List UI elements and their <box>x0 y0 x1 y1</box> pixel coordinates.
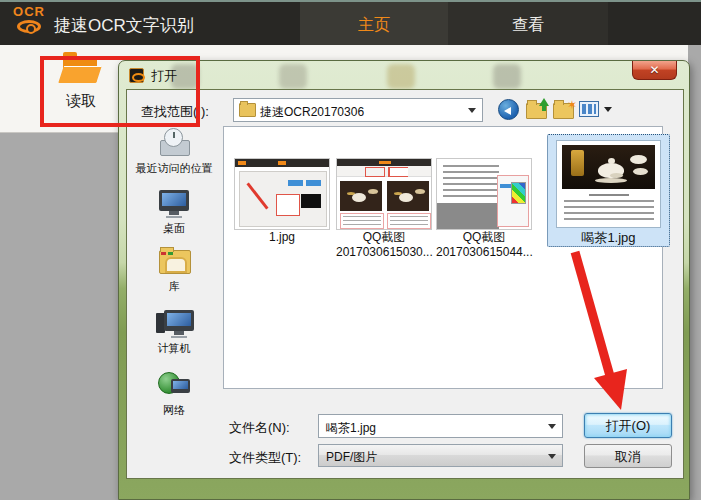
back-button[interactable] <box>498 99 519 120</box>
star-icon: ✶ <box>567 98 577 112</box>
file-thumbnail <box>556 140 661 228</box>
chevron-down-icon[interactable] <box>548 454 556 459</box>
views-menu-button[interactable] <box>579 101 599 117</box>
lookin-value: 捷速OCR20170306 <box>260 104 364 121</box>
lookin-combobox[interactable]: 捷速OCR20170306 <box>233 98 483 122</box>
place-libraries[interactable]: 库 <box>127 246 221 294</box>
close-icon: ✕ <box>649 63 659 77</box>
glass-reflection <box>387 64 415 89</box>
place-desktop[interactable]: 桌面 <box>127 188 221 236</box>
cancel-button[interactable]: 取消 <box>584 444 672 468</box>
file-name: 1.jpg <box>234 230 330 245</box>
file-name: QQ截图 <box>436 230 532 245</box>
up-arrow-icon <box>539 98 549 106</box>
filename-combobox[interactable]: 喝茶1.jpg <box>318 414 563 438</box>
file-name-line2: 2017030615044... <box>436 245 532 260</box>
tab-home[interactable]: 主页 <box>300 2 448 47</box>
eye-icon <box>17 20 41 33</box>
file-item-1jpg[interactable]: 1.jpg <box>234 158 330 245</box>
app-logo-icon: OCR <box>8 4 50 45</box>
app-titlebar: OCR 捷速OCR文字识别 主页 查看 <box>0 0 701 45</box>
glass-reflection <box>493 64 521 89</box>
logo-text: OCR <box>8 4 50 19</box>
libraries-icon <box>156 246 192 276</box>
dialog-client-area: 查找范围(I): 捷速OCR20170306 ✶ 最近访问的位置 桌面 <box>126 89 684 479</box>
file-name-line2: 2017030615030... <box>336 245 432 260</box>
desktop-icon <box>156 188 192 218</box>
tab-view[interactable]: 查看 <box>448 2 608 47</box>
open-dialog: 打开 ✕ 查找范围(I): 捷速OCR20170306 ✶ 最近访问的位置 桌 <box>118 60 690 500</box>
file-name: QQ截图 <box>336 230 432 245</box>
chevron-down-icon[interactable] <box>548 424 556 429</box>
file-thumbnail <box>234 158 330 230</box>
file-item-hecha1jpg-selected[interactable]: 喝茶1.jpg <box>547 134 670 247</box>
place-computer[interactable]: 计算机 <box>127 308 221 356</box>
filetype-label: 文件类型(T): <box>229 449 301 467</box>
close-button[interactable]: ✕ <box>632 61 677 80</box>
file-thumbnail <box>436 158 532 230</box>
file-item-qq-screenshot-2[interactable]: QQ截图 2017030615044... <box>436 158 532 260</box>
recent-places-icon <box>156 128 192 158</box>
annotation-highlight-rectangle <box>40 56 200 127</box>
open-button[interactable]: 打开(O) <box>584 413 672 438</box>
chevron-down-icon[interactable] <box>468 108 476 113</box>
filetype-combobox[interactable]: PDF/图片 <box>318 444 563 467</box>
place-network[interactable]: 网络 <box>127 370 221 418</box>
new-folder-button[interactable]: ✶ <box>553 103 574 119</box>
screen: OCR 捷速OCR文字识别 主页 查看 读取 打开 ✕ 查找范围(I): <box>0 0 701 500</box>
app-title: 捷速OCR文字识别 <box>54 2 194 47</box>
filename-value: 喝茶1.jpg <box>326 420 376 437</box>
file-item-qq-screenshot-1[interactable]: QQ截图 2017030615030... <box>336 158 432 260</box>
folder-icon <box>239 103 256 117</box>
network-icon <box>156 370 192 400</box>
glass-reflection <box>279 64 307 89</box>
file-list: 1.jpg QQ截图 2017030615030... <box>223 126 663 389</box>
place-recent[interactable]: 最近访问的位置 <box>127 128 221 176</box>
file-thumbnail <box>336 158 432 230</box>
filetype-value: PDF/图片 <box>326 449 377 466</box>
views-dropdown-icon[interactable] <box>604 107 612 112</box>
up-one-level-button[interactable] <box>526 103 547 119</box>
computer-icon <box>156 308 192 338</box>
file-name: 喝茶1.jpg <box>548 230 669 245</box>
filename-label: 文件名(N): <box>229 419 290 437</box>
